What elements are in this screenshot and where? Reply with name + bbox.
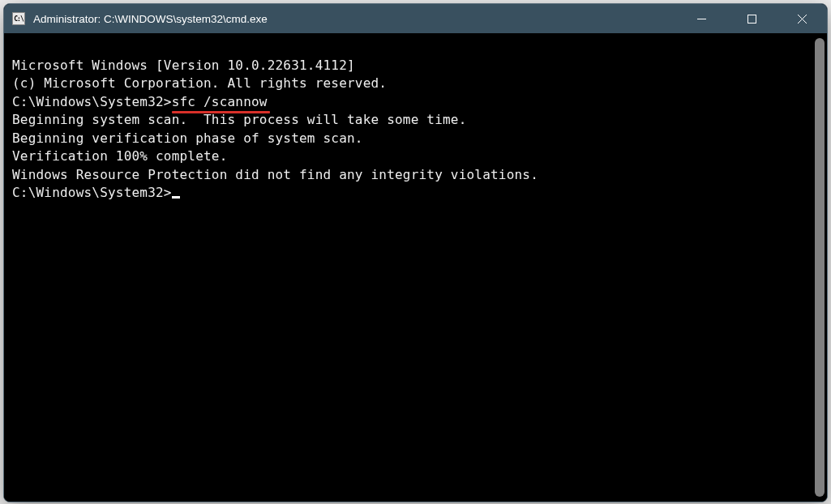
maximize-button[interactable] (726, 4, 777, 33)
svg-rect-1 (747, 15, 756, 23)
cursor (172, 196, 180, 199)
window-title: Administrator: C:\WINDOWS\system32\cmd.e… (33, 13, 676, 25)
maximize-icon (747, 15, 756, 23)
cmd-app-icon: C:\ (12, 12, 25, 25)
output-line: Microsoft Windows [Version 10.0.22631.41… (12, 57, 819, 75)
scroll-thumb[interactable] (815, 38, 825, 497)
annotation-underline (172, 111, 271, 113)
prompt-text: C:\Windows\System32> (12, 185, 172, 200)
console-output: Microsoft Windows [Version 10.0.22631.41… (4, 33, 827, 207)
window-controls (676, 4, 827, 33)
prompt-line[interactable]: C:\Windows\System32> (12, 184, 819, 203)
cmd-window: C:\ Administrator: C:\WINDOWS\system32\c… (3, 3, 828, 502)
output-line: Beginning verification phase of system s… (12, 130, 819, 148)
output-line: Windows Resource Protection did not find… (12, 166, 819, 185)
output-line: (c) Microsoft Corporation. All rights re… (12, 75, 819, 93)
close-button[interactable] (777, 4, 827, 33)
output-line: Beginning system scan. This process will… (12, 111, 819, 130)
output-line: Verification 100% complete. (12, 147, 819, 166)
entered-command: sfc /scannow (172, 93, 268, 112)
close-icon (798, 15, 807, 23)
prompt-line: C:\Windows\System32>sfc /scannow (12, 93, 819, 112)
prompt-text: C:\Windows\System32> (12, 94, 172, 109)
minimize-button[interactable] (676, 4, 726, 33)
console-body[interactable]: Microsoft Windows [Version 10.0.22631.41… (4, 33, 827, 502)
titlebar[interactable]: C:\ Administrator: C:\WINDOWS\system32\c… (4, 4, 827, 33)
minimize-icon (697, 15, 706, 23)
vertical-scrollbar[interactable] (815, 38, 825, 497)
